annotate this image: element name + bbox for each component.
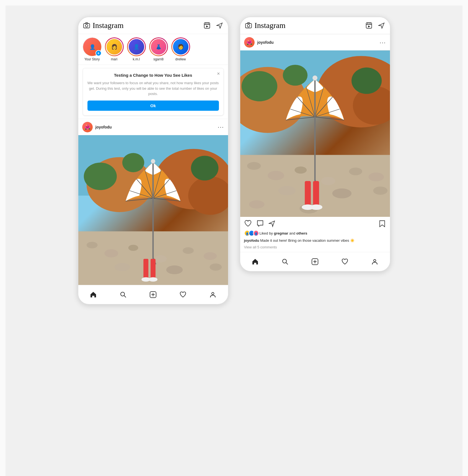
story-drellew[interactable]: 🧑 drellew xyxy=(171,37,190,61)
notification-title: Testing a Change to How You See Likes xyxy=(87,73,219,78)
liked-avatar-3: 👤 xyxy=(253,230,259,236)
svg-point-9 xyxy=(84,163,117,190)
post-header-1: 🌺 joyofodu ··· xyxy=(78,119,228,135)
svg-point-18 xyxy=(203,252,217,260)
story-name-drellew: drellew xyxy=(175,57,186,61)
svg-point-38 xyxy=(121,292,125,296)
notification-close-btn[interactable]: × xyxy=(217,71,220,76)
bottom-nav-1 xyxy=(78,285,228,304)
svg-point-84 xyxy=(310,204,322,210)
notification-banner: × Testing a Change to How You See Likes … xyxy=(83,68,224,115)
svg-rect-81 xyxy=(305,181,311,206)
svg-point-60 xyxy=(321,177,335,185)
nav-heart-2[interactable] xyxy=(339,256,351,268)
post-avatar-1: 🌺 xyxy=(82,122,93,132)
story-sgarri8[interactable]: 👗 sgarri8 xyxy=(149,37,168,61)
svg-rect-0 xyxy=(84,24,90,28)
svg-point-55 xyxy=(283,65,307,86)
post-header-2: 🌺 joyofodu ··· xyxy=(240,34,390,50)
post-username-1: joyofodu xyxy=(95,125,112,129)
svg-point-66 xyxy=(249,200,264,209)
svg-point-79 xyxy=(312,76,317,81)
share-icon-2[interactable] xyxy=(268,220,276,227)
post-actions-2 xyxy=(240,217,390,230)
svg-point-65 xyxy=(373,187,387,195)
post-more-1[interactable]: ··· xyxy=(218,124,224,130)
svg-line-86 xyxy=(286,263,288,264)
notification-ok-button[interactable]: Ok xyxy=(87,101,219,111)
post-user-1[interactable]: 🌺 joyofodu xyxy=(82,122,112,132)
nav-add-2[interactable] xyxy=(309,256,321,268)
story-your[interactable]: 👤 + Your Story xyxy=(83,37,102,61)
svg-point-90 xyxy=(374,259,376,262)
send-icon-2[interactable] xyxy=(378,22,386,29)
camera-icon[interactable] xyxy=(83,22,91,29)
post-more-2[interactable]: ··· xyxy=(380,39,386,46)
svg-point-64 xyxy=(278,186,296,195)
svg-point-53 xyxy=(241,71,277,101)
nav-add-1[interactable] xyxy=(147,289,159,301)
svg-point-45 xyxy=(247,25,250,27)
nav-profile-2[interactable] xyxy=(369,256,381,268)
story-kml[interactable]: 👤 k.m.l xyxy=(127,37,146,61)
save-icon-2[interactable] xyxy=(378,220,386,227)
svg-rect-3 xyxy=(204,23,210,28)
svg-point-11 xyxy=(122,153,144,172)
nav-profile-1[interactable] xyxy=(207,289,219,301)
svg-rect-34 xyxy=(143,259,148,278)
svg-rect-47 xyxy=(366,23,372,28)
header-left: Instagram xyxy=(83,21,124,30)
svg-rect-46 xyxy=(247,23,250,24)
post-2: 🌺 joyofodu ··· xyxy=(240,34,390,252)
svg-point-63 xyxy=(332,189,351,199)
svg-point-21 xyxy=(210,263,222,271)
svg-rect-82 xyxy=(313,181,319,206)
svg-rect-35 xyxy=(151,259,156,278)
svg-point-37 xyxy=(149,277,157,282)
reels-icon-2[interactable] xyxy=(365,22,373,29)
svg-point-62 xyxy=(368,173,384,181)
liked-text-2: Liked by gregmar and others xyxy=(260,231,307,235)
header-2: Instagram xyxy=(240,17,390,34)
header-right-2 xyxy=(365,22,386,29)
svg-point-17 xyxy=(183,247,194,254)
svg-point-57 xyxy=(247,162,261,170)
svg-point-85 xyxy=(283,259,286,263)
svg-rect-44 xyxy=(245,24,252,28)
stories-row-1: 👤 + Your Story 👩 mari 👤 xyxy=(78,34,228,65)
svg-point-58 xyxy=(268,171,284,180)
story-name-sgarri8: sgarri8 xyxy=(153,57,164,61)
svg-point-59 xyxy=(294,166,307,174)
nav-search-2[interactable] xyxy=(279,256,291,268)
story-name-your: Your Story xyxy=(84,57,100,61)
svg-point-61 xyxy=(349,168,362,175)
notification-body: We want your followers to focus on what … xyxy=(87,80,219,97)
logo-text-1: Instagram xyxy=(93,21,124,30)
header-right-1 xyxy=(203,22,224,29)
camera-icon-2[interactable] xyxy=(245,22,252,29)
svg-point-20 xyxy=(115,263,130,271)
nav-heart-1[interactable] xyxy=(177,289,189,301)
nav-search-1[interactable] xyxy=(117,289,129,301)
story-add-btn[interactable]: + xyxy=(95,50,102,56)
nav-home-2[interactable] xyxy=(249,256,261,268)
send-icon-1[interactable] xyxy=(216,22,224,29)
liked-avatars: 👤 👤 👤 xyxy=(244,230,257,236)
svg-point-13 xyxy=(86,242,97,248)
nav-home-1[interactable] xyxy=(87,289,99,301)
view-comments-2[interactable]: View all 5 comments xyxy=(240,245,390,252)
comment-icon-2[interactable] xyxy=(256,220,264,227)
svg-point-10 xyxy=(191,156,218,180)
story-name-mari: mari xyxy=(111,57,117,61)
reels-icon-1[interactable] xyxy=(203,22,211,29)
like-icon-2[interactable] xyxy=(244,220,252,227)
svg-point-1 xyxy=(85,25,88,27)
post-image-1 xyxy=(78,135,228,285)
svg-point-54 xyxy=(351,68,382,94)
phone-2: Instagram xyxy=(240,17,391,272)
story-mari[interactable]: 👩 mari xyxy=(105,37,124,61)
post-image-2 xyxy=(240,50,390,217)
header-left-2: Instagram xyxy=(245,21,286,30)
svg-line-39 xyxy=(124,295,126,297)
post-user-2[interactable]: 🌺 joyofodu xyxy=(244,37,274,48)
